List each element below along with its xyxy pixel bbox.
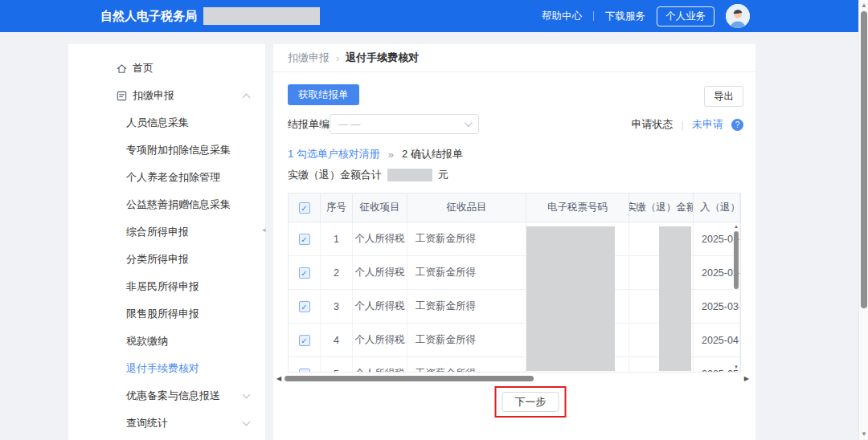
sidebar-item-preferential-filing[interactable]: 优惠备案与信息报送 (68, 382, 265, 409)
sidebar-item-label: 退付手续费核对 (126, 361, 199, 376)
settlement-no-select[interactable]: — — (330, 114, 479, 134)
sidebar-item-label: 公益慈善捐赠信息采集 (126, 198, 231, 212)
sidebar-item-nonresident-income[interactable]: 非居民所得申报 (68, 273, 265, 300)
scroll-down-icon[interactable]: ▼ (733, 365, 739, 369)
sidebar-item-personnel-info[interactable]: 人员信息采集 (68, 109, 265, 136)
cell-tax-item: 工资薪金所得 (407, 222, 526, 255)
redacted-total-amount (387, 169, 432, 181)
amount-total: 实缴（退）金额合计 元 (288, 168, 448, 182)
table-vscroll-thumb[interactable] (734, 231, 739, 289)
page-scrollbar-thumb[interactable] (861, 11, 867, 308)
table-body: ✓ 1 个人所得税 工资薪金所得 2025-01-1 ✓ 2 个人所得税 工资薪… (289, 222, 740, 373)
table-header-row: ✓ 序号 征收项目 征收品目 电子税票号码 实缴（退）金额 入（退）库 (289, 194, 740, 222)
step-separator: » (388, 149, 394, 161)
checkbox-check-icon: ✓ (301, 269, 307, 278)
help-question-icon[interactable]: ? (731, 119, 743, 131)
scroll-up-icon[interactable]: ▲ (733, 224, 739, 229)
checkbox-check-icon: ✓ (301, 235, 307, 244)
row-checkbox[interactable]: ✓ (299, 335, 310, 346)
apply-status-value: 未申请 (692, 117, 723, 132)
checkbox-check-icon: ✓ (301, 370, 307, 373)
sidebar-item-label: 首页 (133, 61, 154, 75)
sidebar-item-tax-payment[interactable]: 税款缴纳 (68, 328, 265, 355)
chevron-up-icon (243, 94, 251, 102)
sidebar-item-special-deduction[interactable]: 专项附加扣除信息采集 (68, 136, 265, 164)
table-hscroll-thumb[interactable] (285, 376, 534, 381)
help-center-link[interactable]: 帮助中心 (542, 10, 582, 23)
select-placeholder: — — (338, 119, 465, 130)
cell-seq: 1 (321, 222, 353, 255)
sidebar-item-comprehensive-income[interactable]: 综合所得申报 (68, 218, 265, 246)
sidebar-item-classified-income[interactable]: 分类所得申报 (68, 246, 265, 273)
download-service-link[interactable]: 下载服务 (605, 10, 645, 23)
step-2-label: 2 确认结报单 (402, 147, 463, 161)
sidebar-item-label: 优惠备案与信息报送 (126, 389, 220, 403)
fetch-settlement-button[interactable]: 获取结报单 (288, 84, 359, 105)
row-checkbox[interactable]: ✓ (299, 267, 310, 279)
cell-tax-item: 工资薪金所得 (407, 357, 526, 373)
col-tax-type: 征收项目 (353, 194, 407, 222)
top-header-bar: 自然人电子税务局 帮助中心 下载服务 个人业务 (0, 0, 858, 32)
sidebar-item-label: 限售股所得申报 (126, 307, 199, 321)
sidebar-collapse-icon[interactable]: ◂ (262, 222, 270, 238)
cell-seq: 3 (321, 290, 353, 323)
scroll-up-icon[interactable]: ▲ (859, 2, 868, 10)
apply-status-label: 申请状态 (632, 117, 674, 132)
cell-tax-type: 个人所得税 (353, 290, 407, 323)
sidebar-item-charity-donation[interactable]: 公益慈善捐赠信息采集 (68, 191, 265, 218)
redacted-org-name (203, 7, 320, 25)
col-amount: 实缴（退）金额 (629, 194, 694, 222)
col-tax-item: 征收品目 (407, 194, 526, 222)
breadcrumb-separator: › (336, 52, 339, 64)
cell-tax-item: 工资薪金所得 (407, 256, 526, 289)
breadcrumb: 扣缴申报 › 退付手续费核对 (273, 44, 755, 72)
page-scrollbar[interactable]: ▲ ▼ (858, 0, 868, 440)
sidebar-item-home[interactable]: 首页 (68, 55, 265, 82)
redacted-amounts (659, 226, 691, 371)
app-title: 自然人电子税务局 (100, 7, 320, 25)
sidebar-item-withholding-declare[interactable]: 扣缴申报 (68, 82, 265, 109)
avatar-person-icon (726, 4, 750, 28)
sidebar-item-label: 查询统计 (126, 416, 168, 430)
chevron-down-icon (243, 418, 251, 426)
breadcrumb-parent[interactable]: 扣缴申报 (288, 51, 330, 65)
next-step-button[interactable]: 下一步 (502, 392, 559, 412)
sidebar-item-query-statistics[interactable]: 查询统计 (68, 409, 265, 437)
row-checkbox[interactable]: ✓ (299, 301, 310, 312)
row-checkbox[interactable]: ✓ (299, 234, 310, 245)
top-nav: 帮助中心 下载服务 个人业务 (542, 0, 750, 32)
checkbox-check-icon: ✓ (301, 336, 307, 345)
sidebar-item-label: 分类所得申报 (126, 252, 189, 267)
select-all-checkbox[interactable]: ✓ (299, 202, 310, 214)
cell-seq: 4 (321, 324, 353, 356)
settlement-table: ✓ 序号 征收项目 征收品目 电子税票号码 实缴（退）金额 入（退）库 ✓ 1 … (288, 193, 741, 373)
table-horizontal-scrollbar[interactable]: ◀ ▶ (276, 374, 749, 384)
redacted-ticket-numbers (526, 226, 615, 371)
amount-total-label: 实缴（退）金额合计 (288, 168, 382, 182)
home-icon (115, 62, 128, 75)
sidebar-item-pension-deduction[interactable]: 个人养老金扣除管理 (68, 164, 265, 191)
col-seq: 序号 (321, 194, 353, 222)
row-checkbox[interactable]: ✓ (299, 369, 310, 373)
sidebar-item-restricted-shares[interactable]: 限售股所得申报 (68, 300, 265, 328)
scroll-right-icon[interactable]: ▶ (744, 375, 749, 382)
export-button[interactable]: 导出 (704, 86, 743, 107)
main-content-panel: 扣缴申报 › 退付手续费核对 获取结报单 导出 结报单编号 — — 申请状态 |… (273, 44, 755, 440)
sidebar-item-label: 人员信息采集 (126, 116, 189, 130)
user-avatar[interactable] (726, 4, 750, 28)
checkbox-check-icon: ✓ (301, 303, 307, 312)
sidebar-nav: 首页 扣缴申报 人员信息采集 专项附加扣除信息采集 个人养老金扣除管理 公益慈善… (68, 44, 265, 440)
table-vertical-scrollbar[interactable]: ▲ ▼ (733, 224, 739, 369)
sidebar-item-label: 专项附加扣除信息采集 (126, 143, 231, 157)
sidebar-item-label: 非居民所得申报 (126, 279, 199, 294)
personal-business-button[interactable]: 个人业务 (657, 6, 714, 26)
sidebar-item-label: 个人养老金扣除管理 (126, 170, 220, 185)
form-icon (115, 89, 128, 102)
cell-tax-item: 工资薪金所得 (407, 324, 526, 356)
annotation-highlight: 下一步 (495, 386, 567, 418)
step-1-link[interactable]: 1 勾选单户核对清册 (288, 147, 380, 161)
scroll-down-icon[interactable]: ▼ (859, 430, 868, 438)
sidebar-item-refund-fee-check[interactable]: 退付手续费核对 (68, 355, 265, 382)
breadcrumb-current: 退付手续费核对 (346, 51, 419, 65)
scroll-left-icon[interactable]: ◀ (276, 375, 281, 382)
